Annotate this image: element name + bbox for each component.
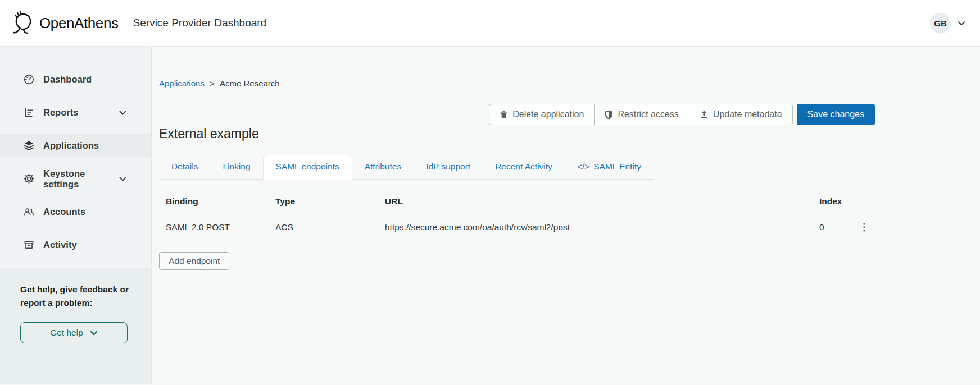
column-header-type: Type	[275, 196, 385, 207]
app-title: Service Provider Dashboard	[133, 17, 267, 29]
avatar[interactable]: GB	[930, 13, 951, 34]
top-header: OpenAthens Service Provider Dashboard GB	[0, 0, 980, 47]
cell-index: 0	[819, 222, 853, 232]
main-content: Applications > Acme Research D	[152, 47, 980, 384]
sidebar-item-keystone-settings[interactable]: Keystone settings	[0, 167, 151, 190]
sidebar-item-label: Applications	[43, 140, 99, 151]
reports-icon	[22, 107, 35, 119]
secondary-actions-group: Delete application Restrict access	[489, 104, 792, 125]
column-header-binding: Binding	[166, 196, 275, 207]
trash-icon	[500, 110, 508, 119]
activity-icon	[22, 239, 35, 251]
sidebar-item-applications[interactable]: Applications	[0, 134, 151, 157]
sidebar-item-label: Activity	[43, 240, 77, 250]
cell-binding: SAML 2.0 POST	[166, 222, 275, 232]
applications-icon	[22, 140, 35, 152]
column-header-index: Index	[819, 196, 853, 207]
keystone-settings-icon	[22, 173, 35, 185]
save-changes-button[interactable]: Save changes	[797, 104, 875, 125]
code-icon: </>	[577, 162, 589, 172]
tab-linking[interactable]: Linking	[210, 154, 262, 179]
account-chevron-down-icon[interactable]	[958, 21, 965, 26]
dashboard-icon	[22, 74, 35, 86]
sidebar: Dashboard Reports	[0, 47, 152, 384]
sidebar-item-accounts[interactable]: Accounts	[0, 200, 151, 223]
chevron-down-icon	[119, 111, 126, 115]
upload-icon	[700, 110, 709, 119]
brand-name: OpenAthens	[39, 15, 119, 32]
shield-icon	[605, 110, 613, 120]
restrict-access-button[interactable]: Restrict access	[594, 104, 688, 125]
saml-endpoints-table: Binding Type URL Index SAML 2.0 POST ACS…	[159, 196, 875, 242]
help-text: Get help, give feedback or report a prob…	[20, 283, 131, 310]
accounts-icon	[22, 206, 35, 218]
cell-url: https://secure.acme.com/oa/auth/rcv/saml…	[385, 222, 819, 232]
add-endpoint-button[interactable]: Add endpoint	[159, 252, 229, 270]
sidebar-item-activity[interactable]: Activity	[0, 233, 151, 256]
page-title: External example	[159, 126, 875, 141]
sidebar-item-label: Reports	[43, 107, 78, 118]
breadcrumb-separator: >	[210, 79, 215, 88]
sidebar-item-label: Accounts	[43, 207, 85, 217]
tab-recent-activity[interactable]: Recent Activity	[483, 154, 565, 179]
openathens-owl-icon	[10, 10, 35, 36]
chevron-down-icon	[119, 177, 126, 181]
sidebar-item-label: Dashboard	[43, 74, 92, 85]
delete-application-button[interactable]: Delete application	[489, 104, 594, 125]
column-header-url: URL	[385, 196, 819, 207]
row-menu-button[interactable]	[860, 221, 869, 234]
brand: OpenAthens	[10, 10, 119, 36]
chevron-down-icon	[90, 331, 98, 336]
sidebar-item-label: Keystone settings	[43, 168, 119, 190]
tab-idp-support[interactable]: IdP support	[414, 154, 483, 179]
tab-saml-entity[interactable]: </> SAML Entity	[565, 154, 654, 179]
table-header-row: Binding Type URL Index	[159, 196, 875, 212]
table-row: SAML 2.0 POST ACS https://secure.acme.co…	[159, 212, 875, 242]
tab-saml-endpoints[interactable]: SAML endpoints	[263, 154, 352, 180]
sidebar-item-dashboard[interactable]: Dashboard	[0, 68, 151, 91]
tab-bar: Details Linking SAML endpoints Attribute…	[159, 154, 654, 180]
tab-attributes[interactable]: Attributes	[352, 154, 414, 179]
update-metadata-button[interactable]: Update metadata	[689, 104, 792, 125]
help-box: Get help, give feedback or report a prob…	[0, 268, 151, 384]
cell-type: ACS	[275, 222, 385, 232]
kebab-menu-icon	[863, 223, 865, 232]
breadcrumb-applications-link[interactable]: Applications	[159, 79, 205, 88]
breadcrumb-current: Acme Research	[220, 79, 280, 88]
page-actions: Delete application Restrict access	[159, 104, 875, 125]
breadcrumb: Applications > Acme Research	[159, 79, 875, 88]
get-help-button[interactable]: Get help	[20, 322, 128, 343]
sidebar-item-reports[interactable]: Reports	[0, 101, 151, 124]
tab-details[interactable]: Details	[159, 154, 210, 179]
